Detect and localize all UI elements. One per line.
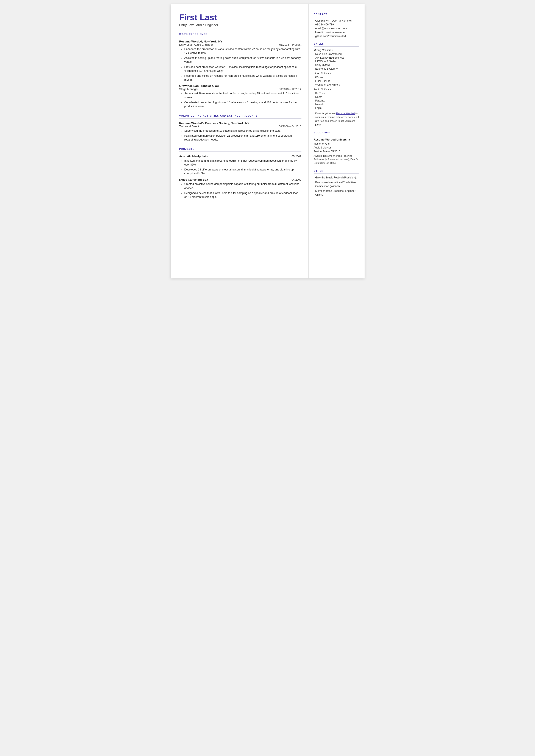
skills-audio-list: ProTools Dante Pyramix Nuendo Logic	[314, 92, 359, 109]
edu-field: Audio Sciences	[314, 146, 359, 150]
job-2-title: Stage Manager	[179, 88, 198, 91]
project-2: Noise Canceling Box 04/2009 Created an a…	[179, 178, 301, 199]
list-item: Supervised 29 rehearsals to the final pe…	[184, 92, 301, 99]
job-2-company: Growthsi, San Francisco, CA	[179, 84, 301, 88]
projects-divider	[179, 152, 301, 152]
list-item: Euphonic System V	[314, 67, 359, 70]
contact-section: CONTACT Olympia, WA (Open to Remote) +1-…	[314, 13, 359, 38]
other-list: Growthsi Music Festival (President).. Be…	[314, 176, 359, 197]
volunteer-1-bullets: Supervised the production of 17 stage pl…	[182, 129, 301, 142]
list-item: API Legacy (Experienced)	[314, 56, 359, 59]
contact-github: github.com/resumeworded	[314, 35, 359, 38]
volunteer-1-header: Resume Worded's Business Society, New Yo…	[179, 122, 301, 128]
edu-awards: Awards: Resume Worded Teaching Fellow (o…	[314, 154, 359, 165]
job-1-company: Resume Worded, New York, NY	[179, 40, 301, 43]
volunteer-1-row: Technical Director 06/2009 – 04/2010	[179, 125, 301, 128]
candidate-name: First Last	[179, 13, 301, 22]
list-item: Developed 18 different ways of measuring…	[184, 168, 301, 176]
job-2-bullets: Supervised 29 rehearsals to the final pe…	[182, 92, 301, 108]
work-divider	[179, 37, 301, 37]
list-item: Beethoven International Youth Piano Comp…	[314, 181, 359, 188]
education-divider	[314, 135, 359, 135]
projects-section: PROJECTS Acoustic Manipulator 05/2009 In…	[179, 148, 301, 199]
job-1-header: Resume Worded, New York, NY Entry Level …	[179, 40, 301, 46]
candidate-subtitle: Entry Level Audio Engineer	[179, 23, 301, 27]
job-1: Resume Worded, New York, NY Entry Level …	[179, 40, 301, 82]
contact-location: Olympia, WA (Open to Remote)	[314, 19, 359, 22]
list-item: iMovie	[314, 76, 359, 79]
scan-note-link[interactable]: Resume Worded	[336, 112, 355, 115]
contact-list: Olympia, WA (Open to Remote) +1-234-456-…	[314, 19, 359, 38]
name-section: First Last Entry Level Audio Engineer	[179, 13, 301, 27]
edu-location-date: Boston, MA — 05/2010	[314, 150, 359, 154]
contact-phone: +1-234-456-789	[314, 23, 359, 26]
job-2: Growthsi, San Francisco, CA Stage Manage…	[179, 84, 301, 108]
education-section: EDUCATION Resume Worded University Maste…	[314, 131, 359, 165]
other-section: OTHER Growthsi Music Festival (President…	[314, 170, 359, 197]
left-column: First Last Entry Level Audio Engineer WO…	[171, 4, 309, 278]
list-item: Dante	[314, 96, 359, 98]
list-item: Assisted in setting up and tearing down …	[184, 56, 301, 64]
scan-note: Don't forget to use Resume Worded to sca…	[314, 112, 359, 126]
list-item: Invented analog and digital recording eq…	[184, 159, 301, 167]
project-2-row: Noise Canceling Box 04/2009	[179, 178, 301, 181]
job-1-row: Entry Level Audio Engineer 01/2015 – Pre…	[179, 43, 301, 46]
edu-degree: Master of Arts	[314, 142, 359, 146]
contact-title: CONTACT	[314, 13, 359, 15]
job-2-header: Growthsi, San Francisco, CA Stage Manage…	[179, 84, 301, 91]
project-1-date: 05/2009	[292, 155, 301, 158]
skills-mixing-list: Neve 88RS (Advanced) API Legacy (Experie…	[314, 53, 359, 70]
project-2-name: Noise Canceling Box	[179, 178, 208, 181]
skills-audio-label: Audio Software::	[314, 88, 359, 91]
volunteer-1-company: Resume Worded's Business Society, New Yo…	[179, 122, 301, 125]
skills-mixing-label: Mixing Consoles:	[314, 49, 359, 52]
project-2-date: 04/2009	[292, 178, 301, 181]
job-1-title: Entry Level Audio Engineer	[179, 43, 213, 46]
other-title: OTHER	[314, 170, 359, 172]
list-item: Member of the Broadcast Engineer Union..	[314, 189, 359, 197]
contact-linkedin: linkedin.com/in/username	[314, 31, 359, 34]
volunteering-section: VOLUNTEERING ACTIVITIES AND EXTRACURRICU…	[179, 114, 301, 142]
work-experience-section: WORK EXPERIENCE Resume Worded, New York,…	[179, 33, 301, 108]
job-1-dates: 01/2015 – Present	[279, 43, 301, 46]
list-item: Neve 88RS (Advanced)	[314, 53, 359, 56]
project-1-name: Acoustic Manipulator	[179, 155, 209, 158]
education-block: Resume Worded University Master of Arts …	[314, 137, 359, 165]
work-experience-title: WORK EXPERIENCE	[179, 33, 301, 35]
list-item: Logic	[314, 106, 359, 109]
job-1-bullets: Enhanced the production of various video…	[182, 47, 301, 82]
volunteering-divider	[179, 118, 301, 119]
list-item: Facilitated communication between 21 pro…	[184, 134, 301, 142]
list-item: Provided post-production work for 19 mov…	[184, 65, 301, 73]
list-item: Coordinated production logistics for 18 …	[184, 100, 301, 108]
list-item: Supervised the production of 17 stage pl…	[184, 129, 301, 133]
volunteer-1-dates: 06/2009 – 04/2010	[279, 125, 301, 128]
list-item: Nuendo	[314, 103, 359, 106]
projects-title: PROJECTS	[179, 148, 301, 150]
project-1: Acoustic Manipulator 05/2009 Invented an…	[179, 155, 301, 176]
list-item: Sony Oxford	[314, 64, 359, 67]
list-item: LAWO mc2 Series	[314, 60, 359, 63]
list-item: Growthsi Music Festival (President)..	[314, 176, 359, 180]
list-item: ProTools	[314, 92, 359, 95]
scan-note-text: Don't forget to use Resume Worded to sca…	[315, 112, 359, 126]
skills-video-list: iMovie Final Cut Pro Wondershare Filmora	[314, 76, 359, 86]
skills-video-label: Video Software:	[314, 72, 359, 75]
contact-email: email@resumeworded.com	[314, 27, 359, 30]
list-item: Recorded and mixed 1K records for high-p…	[184, 74, 301, 82]
list-item: Wondershare Filmora	[314, 83, 359, 86]
skills-section: SKILLS Mixing Consoles: Neve 88RS (Advan…	[314, 42, 359, 126]
list-item: Enhanced the production of various video…	[184, 47, 301, 55]
resume-page: First Last Entry Level Audio Engineer WO…	[171, 4, 365, 278]
project-1-bullets: Invented analog and digital recording eq…	[182, 159, 301, 176]
job-2-dates: 06/2010 – 12/2014	[279, 88, 301, 91]
list-item: Designed a device that allows users to a…	[184, 191, 301, 199]
edu-school: Resume Worded University	[314, 137, 359, 142]
volunteer-1-title: Technical Director	[179, 125, 202, 128]
education-title: EDUCATION	[314, 131, 359, 134]
right-column: CONTACT Olympia, WA (Open to Remote) +1-…	[309, 4, 365, 278]
list-item: Created an active sound dampening field …	[184, 182, 301, 190]
skills-title: SKILLS	[314, 42, 359, 45]
project-1-row: Acoustic Manipulator 05/2009	[179, 155, 301, 158]
project-2-bullets: Created an active sound dampening field …	[182, 182, 301, 199]
